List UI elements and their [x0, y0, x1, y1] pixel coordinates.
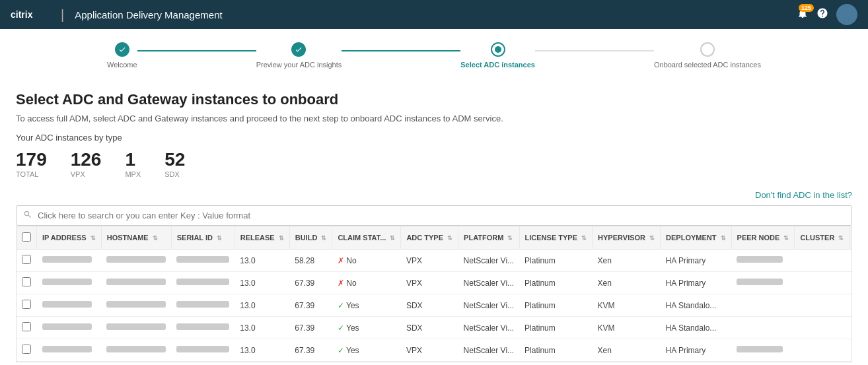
- table-header-row: IP ADDRESS ⇅ HOSTNAME ⇅ SERIAL ID ⇅ RELE…: [17, 226, 852, 249]
- cell-cluster: [795, 249, 850, 272]
- col-hostname[interactable]: HOSTNAME ⇅: [101, 226, 171, 249]
- col-serial-id[interactable]: SERIAL ID ⇅: [171, 226, 235, 249]
- col-deployment[interactable]: DEPLOYMENT ⇅: [661, 226, 731, 249]
- claim-yes-icon: ✓: [338, 346, 344, 355]
- find-adc-row: Don't find ADC in the list?: [16, 190, 852, 200]
- avatar[interactable]: [836, 4, 857, 25]
- help-button[interactable]: [816, 7, 828, 22]
- cell-release: 13.0: [235, 294, 289, 317]
- cell-serial: [171, 317, 235, 339]
- notification-button[interactable]: 125: [797, 8, 809, 22]
- search-input[interactable]: [38, 211, 845, 220]
- cell-deployment: HA Primary: [661, 339, 731, 362]
- col-license-type[interactable]: LICENSE TYPE ⇅: [519, 226, 593, 249]
- header-left: citrix | Application Delivery Management: [11, 7, 223, 22]
- cell-location: Milpitas, India: [850, 294, 852, 317]
- wizard-step-preview: Preview your ADC insights: [256, 42, 342, 69]
- blurred-cell: [737, 279, 783, 285]
- wizard: Welcome Preview your ADC insights Select…: [0, 29, 868, 75]
- table-row: 13.0 67.39 ✗ No VPX NetScaler Vi... Plat…: [17, 272, 852, 294]
- blurred-cell: [176, 279, 229, 285]
- cell-license-type: Platinum: [519, 339, 593, 362]
- connector-1: [137, 50, 256, 51]
- sort-icon-hypervisor: ⇅: [649, 235, 655, 242]
- select-all-checkbox[interactable]: [22, 232, 31, 242]
- cell-location: Milpitas, US: [850, 339, 852, 362]
- check-icon: [118, 46, 126, 53]
- sort-icon-build: ⇅: [321, 235, 326, 242]
- cell-claim-status: ✗ No: [332, 272, 401, 294]
- row-checkbox[interactable]: [22, 277, 31, 286]
- cell-license-type: Platinum: [519, 317, 593, 339]
- table-row: 13.0 58.28 ✗ No VPX NetScaler Vi... Plat…: [17, 249, 852, 272]
- row-checkbox[interactable]: [22, 255, 31, 264]
- stat-sdx-label: SDX: [164, 170, 185, 178]
- row-checkbox-cell: [17, 294, 37, 317]
- col-peer-node[interactable]: PEER NODE ⇅: [731, 226, 795, 249]
- table-body: 13.0 58.28 ✗ No VPX NetScaler Vi... Plat…: [17, 249, 852, 362]
- col-ip-address[interactable]: IP ADDRESS ⇅: [37, 226, 102, 249]
- cell-platform: NetScaler Vi...: [458, 272, 519, 294]
- cell-peer-node: [731, 294, 795, 317]
- cell-license-type: Platinum: [519, 272, 593, 294]
- cell-adc-type: VPX: [401, 249, 458, 272]
- cell-serial: [171, 272, 235, 294]
- row-checkbox[interactable]: [22, 300, 31, 309]
- col-build[interactable]: BUILD ⇅: [289, 226, 332, 249]
- sort-icon-claim: ⇅: [390, 235, 395, 242]
- stat-total-label: TOTAL: [16, 170, 47, 178]
- sort-icon-ip: ⇅: [90, 235, 96, 242]
- table-row: 13.0 67.39 ✓ Yes SDX NetScaler Vi... Pla…: [17, 317, 852, 339]
- row-checkbox[interactable]: [22, 322, 31, 331]
- connector-2: [342, 50, 460, 51]
- page-description: To access full ADM, select ADC and Gatew…: [16, 114, 852, 123]
- cell-build: 67.39: [289, 272, 332, 294]
- cell-deployment: HA Standalo...: [661, 317, 731, 339]
- cell-serial: [171, 294, 235, 317]
- col-adc-type[interactable]: ADC TYPE ⇅: [401, 226, 458, 249]
- cell-hypervisor: KVM: [593, 317, 661, 339]
- citrix-logo-svg: citrix: [11, 8, 50, 21]
- blurred-cell: [42, 323, 92, 330]
- col-cluster[interactable]: CLUSTER ⇅: [795, 226, 850, 249]
- stat-vpx-label: VPX: [71, 170, 102, 178]
- claim-yes-icon: ✓: [338, 323, 344, 333]
- cell-ip: [37, 249, 102, 272]
- cell-peer-node: [731, 317, 795, 339]
- cell-cluster: [795, 272, 850, 294]
- col-platform[interactable]: PLATFORM ⇅: [458, 226, 519, 249]
- blurred-cell: [106, 323, 166, 330]
- blurred-cell: [737, 256, 783, 263]
- row-checkbox[interactable]: [22, 345, 31, 354]
- cell-claim-status: ✓ Yes: [332, 294, 401, 317]
- cell-license-type: Platinum: [519, 294, 593, 317]
- row-checkbox-cell: [17, 317, 37, 339]
- col-claim-status[interactable]: CLAIM STAT... ⇅: [332, 226, 401, 249]
- select-all-header[interactable]: [17, 226, 37, 249]
- col-hypervisor[interactable]: HYPERVISOR ⇅: [593, 226, 661, 249]
- cell-hypervisor: Xen: [593, 272, 661, 294]
- cell-location: Milpitas, US: [850, 249, 852, 272]
- blurred-cell: [42, 279, 92, 285]
- sort-icon-peer: ⇅: [783, 235, 789, 242]
- wizard-step-onboard: Onboard selected ADC instances: [654, 42, 761, 69]
- blurred-cell: [106, 256, 166, 263]
- find-adc-link[interactable]: Don't find ADC in the list?: [755, 190, 852, 200]
- blurred-cell: [176, 346, 229, 352]
- col-location[interactable]: LOCATION ⇅: [850, 226, 852, 249]
- cell-hostname: [101, 294, 171, 317]
- cell-ip: [37, 272, 102, 294]
- cell-claim-status: ✓ Yes: [332, 317, 401, 339]
- row-checkbox-cell: [17, 249, 37, 272]
- stat-mpx-value: 1: [125, 150, 141, 169]
- step-label-select: Select ADC instances: [460, 61, 535, 69]
- step-label-welcome: Welcome: [107, 61, 137, 69]
- col-release[interactable]: RELEASE ⇅: [235, 226, 289, 249]
- page-title: Select ADC and Gateway instances to onbo…: [16, 91, 852, 108]
- step-label-onboard: Onboard selected ADC instances: [654, 61, 761, 69]
- cell-platform: NetScaler Vi...: [458, 249, 519, 272]
- search-icon: [23, 210, 32, 221]
- blurred-cell: [106, 279, 166, 285]
- cell-release: 13.0: [235, 249, 289, 272]
- cell-deployment: HA Primary: [661, 249, 731, 272]
